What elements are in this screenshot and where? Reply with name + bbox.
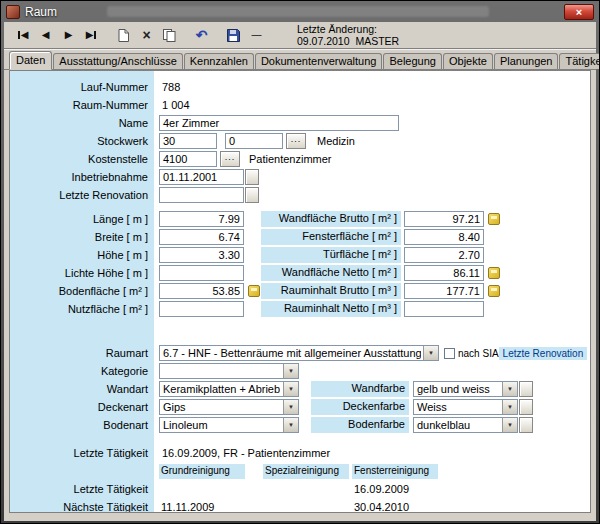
row-laenge: Länge [ m ] 7.99 Wandfläche Brutto [ m² … <box>10 211 590 227</box>
tab-belegung[interactable]: Belegung <box>383 53 442 69</box>
raum-window: Raum × ◀ ◀ ▶ ▶ × ↶ — Letzte Änd <box>0 0 600 524</box>
kategorie-label: Kategorie <box>10 365 154 377</box>
tab-kennzahlen[interactable]: Kennzahlen <box>184 53 254 69</box>
nav-next-button[interactable]: ▶ <box>58 25 79 45</box>
nav-first-button[interactable]: ◀ <box>12 25 33 45</box>
laenge-input[interactable]: 7.99 <box>159 211 244 227</box>
fensterflaeche-label: Fensterfläche [ m² ] <box>261 229 401 245</box>
calculator-icon[interactable] <box>488 267 500 279</box>
calculator-icon[interactable] <box>248 285 260 297</box>
chevron-down-icon[interactable]: ▼ <box>283 382 298 396</box>
lichte-hoehe-label: Lichte Höhe [ m ] <box>10 267 154 279</box>
tab-ausstattung-anschluesse[interactable]: Ausstattung/Anschlüsse <box>53 53 182 69</box>
chevron-down-icon[interactable]: ▼ <box>283 400 298 414</box>
chevron-down-icon[interactable]: ▼ <box>502 418 517 432</box>
kostenstelle-browse-button[interactable]: ... <box>220 151 240 167</box>
wandart-select[interactable]: Keramikplatten + Abrieb ▼ <box>159 381 299 397</box>
letzte-renovation-button[interactable]: Letzte Renovation <box>499 347 588 360</box>
bodenfarbe-value: dunkelblau <box>417 418 470 432</box>
bodenart-value: Linoleum <box>163 418 208 432</box>
deckenart-select[interactable]: Gips ▼ <box>159 399 299 415</box>
kategorie-select[interactable]: ▼ <box>159 363 299 379</box>
stockwerk-browse-button[interactable]: ... <box>286 133 306 149</box>
laenge-label: Länge [ m ] <box>10 213 154 225</box>
bodenflaeche-input[interactable]: 53.85 <box>159 283 244 299</box>
letzte-renovation-input[interactable] <box>159 187 244 203</box>
arrow-left-icon: ◀ <box>42 30 50 40</box>
fensterflaeche-input[interactable]: 8.40 <box>404 229 484 245</box>
bodenfarbe-label: Bodenfarbe <box>311 417 409 433</box>
deckenfarbe-select[interactable]: Weiss ▼ <box>413 399 518 415</box>
color-picker-button[interactable] <box>519 417 533 433</box>
tab-taetigkeiten[interactable]: Tätigkeiten <box>559 53 600 69</box>
row-breite: Breite [ m ] 6.74 Fensterfläche [ m² ] 8… <box>10 229 590 245</box>
nach-sia-label: nach SIA <box>458 348 499 359</box>
fensterreinigung-header: Fensterreinigung <box>352 464 438 479</box>
calculator-icon[interactable] <box>488 285 500 297</box>
tab-dokumentenverwaltung[interactable]: Dokumentenverwaltung <box>255 53 383 69</box>
nutzflaeche-input[interactable] <box>159 301 244 317</box>
rauminhalt-brutto-input[interactable]: 177.71 <box>404 283 484 299</box>
hoehe-input[interactable]: 3.30 <box>159 247 244 263</box>
row-kategorie: Kategorie ▼ <box>10 363 590 379</box>
color-picker-button[interactable] <box>519 381 533 397</box>
arrow-left-icon: ◀ <box>21 30 29 40</box>
row-cleaning-headers: Grundreinigung Spezialreinigung Fensterr… <box>10 463 590 479</box>
kostenstelle-input[interactable]: 4100 <box>159 151 217 167</box>
new-record-button[interactable] <box>113 25 134 45</box>
name-input[interactable]: 4er Zimmer <box>159 115 399 131</box>
stockwerk-sub-input[interactable]: 0 <box>225 133 283 149</box>
bodenart-select[interactable]: Linoleum ▼ <box>159 417 299 433</box>
wandart-label: Wandart <box>10 383 154 395</box>
kostenstelle-label: Kostenstelle <box>10 153 154 165</box>
chevron-down-icon[interactable]: ▼ <box>283 418 298 432</box>
daten-tab-page: Lauf-Nummer 788 Raum-Nummer 1 004 Name 4… <box>9 70 591 513</box>
breite-input[interactable]: 6.74 <box>159 229 244 245</box>
nav-last-button[interactable]: ▶ <box>81 25 102 45</box>
row-letzte-renovation: Letzte Renovation <box>10 187 590 203</box>
minus-button[interactable]: — <box>246 25 267 45</box>
undo-arrow-icon: ↶ <box>196 30 208 40</box>
last-change-label: Letzte Änderung: <box>297 23 399 35</box>
rauminhalt-netto-input[interactable] <box>404 301 484 317</box>
stockwerk-input[interactable]: 30 <box>159 133 217 149</box>
bodenfarbe-select[interactable]: dunkelblau ▼ <box>413 417 518 433</box>
calculator-icon[interactable] <box>488 213 500 225</box>
date-picker-button[interactable] <box>245 169 259 185</box>
cleaning-naechste-label: Nächste Tätigkeit <box>10 501 154 513</box>
arrow-right-icon: ▶ <box>86 30 94 40</box>
window-title: Raum <box>25 5 57 19</box>
copy-button[interactable] <box>159 25 180 45</box>
date-picker-button[interactable] <box>245 187 259 203</box>
color-picker-button[interactable] <box>519 399 533 415</box>
undo-button[interactable]: ↶ <box>191 25 212 45</box>
tab-daten[interactable]: Daten <box>9 51 52 70</box>
close-button[interactable]: × <box>564 4 594 20</box>
obscured-window-text <box>107 6 489 17</box>
save-button[interactable] <box>223 25 244 45</box>
delete-record-button[interactable]: × <box>136 25 157 45</box>
tuerflaeche-input[interactable]: 2.70 <box>404 247 484 263</box>
toolbar-separator <box>214 35 221 36</box>
wandflaeche-brutto-input[interactable]: 97.21 <box>404 211 484 227</box>
chevron-down-icon[interactable]: ▼ <box>423 346 438 360</box>
row-raum-nummer: Raum-Nummer 1 004 <box>10 97 590 113</box>
raumart-select[interactable]: 6.7 - HNF - Bettenräume mit allgemeiner … <box>159 345 439 361</box>
tab-objekte[interactable]: Objekte <box>443 53 493 69</box>
nav-prev-button[interactable]: ◀ <box>35 25 56 45</box>
lichte-hoehe-input[interactable] <box>159 265 244 281</box>
wandart-value: Keramikplatten + Abrieb <box>163 382 280 396</box>
tuerflaeche-label: Türfläche [ m² ] <box>261 247 401 263</box>
tab-planungen[interactable]: Planungen <box>494 53 559 69</box>
chevron-down-icon[interactable]: ▼ <box>502 400 517 414</box>
wandfarbe-select[interactable]: gelb und weiss ▼ <box>413 381 518 397</box>
kostenstelle-suffix: Patientenzimmer <box>246 153 332 165</box>
inbetriebnahme-input[interactable]: 01.11.2001 <box>159 169 244 185</box>
wandflaeche-brutto-label: Wandfläche Brutto [ m² ] <box>261 211 401 227</box>
nach-sia-checkbox[interactable] <box>444 348 455 359</box>
tab-bar: Daten Ausstattung/Anschlüsse Kennzahlen … <box>4 50 596 70</box>
arrow-right-icon: ▶ <box>65 30 73 40</box>
chevron-down-icon[interactable]: ▼ <box>502 382 517 396</box>
chevron-down-icon[interactable]: ▼ <box>283 364 298 378</box>
wandflaeche-netto-input[interactable]: 86.11 <box>404 265 484 281</box>
